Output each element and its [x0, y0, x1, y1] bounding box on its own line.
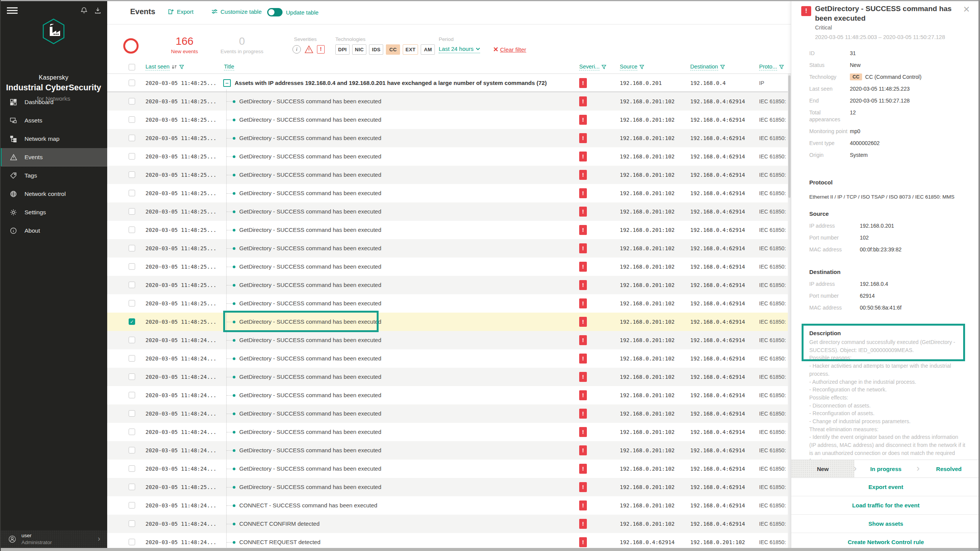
update-table-toggle[interactable]: Update table: [267, 8, 318, 16]
row-checkbox[interactable]: [129, 392, 135, 398]
table-row[interactable]: 2020-03-05 11:48:24...GetDirectory - SUC…: [107, 331, 791, 349]
row-checkbox[interactable]: [129, 502, 135, 509]
row-checkbox[interactable]: [129, 116, 135, 123]
table-row[interactable]: 2020-03-05 11:48:25...GetDirectory - SUC…: [107, 202, 791, 221]
row-checkbox[interactable]: [129, 190, 135, 196]
row-checkbox[interactable]: [129, 520, 135, 527]
row-checkbox[interactable]: [129, 300, 135, 306]
technology-badge-am[interactable]: AM: [421, 44, 435, 55]
notifications-bell-icon[interactable]: [80, 7, 88, 14]
sidebar-item-dashboard[interactable]: Dashboard: [0, 93, 107, 111]
column-severity[interactable]: Severi...: [579, 64, 606, 70]
toggle-switch-icon[interactable]: [267, 8, 283, 16]
sidebar-item-tags[interactable]: Tags: [0, 166, 107, 185]
table-row[interactable]: 2020-03-05 11:48:24...GetDirectory - SUC…: [107, 423, 791, 441]
table-row[interactable]: 2020-03-05 11:48:25...GetDirectory - SUC…: [107, 276, 791, 294]
technology-badge-ext[interactable]: EXT: [403, 44, 418, 55]
row-checkbox[interactable]: [129, 410, 135, 417]
table-row[interactable]: 2020-03-05 11:48:24...CONNECT - SUCCESS …: [107, 496, 791, 515]
customize-table-button[interactable]: Customize table: [211, 8, 262, 15]
column-last-seen[interactable]: Last seen: [145, 64, 184, 70]
table-row[interactable]: 2020-03-05 11:48:25...GetDirectory - SUC…: [107, 184, 791, 202]
download-icon[interactable]: [94, 7, 101, 14]
table-row[interactable]: 2020-03-05 11:48:24...GetDirectory - SUC…: [107, 441, 791, 460]
table-row[interactable]: ✓2020-03-05 11:48:25...GetDirectory - SU…: [107, 313, 791, 331]
row-checkbox[interactable]: [129, 208, 135, 215]
action-button-load-traffic-for-the-event[interactable]: Load traffic for the event: [791, 496, 980, 515]
sidebar-item-network-control[interactable]: Network control: [0, 185, 107, 203]
table-vertical-scrollbar[interactable]: [788, 74, 791, 548]
action-button-export-event[interactable]: Export event: [791, 478, 980, 496]
table-row[interactable]: 2020-03-05 11:48:25...GetDirectory - SUC…: [107, 258, 791, 276]
row-checkbox[interactable]: [129, 337, 135, 343]
sidebar-item-network-map[interactable]: Network map: [0, 130, 107, 148]
filter-funnel-icon[interactable]: [179, 65, 184, 70]
table-row[interactable]: 2020-03-05 11:48:25...GetDirectory - SUC…: [107, 478, 791, 496]
collapse-group-toggle[interactable]: –: [223, 79, 231, 87]
table-row[interactable]: 2020-03-05 11:48:24...GetDirectory - SUC…: [107, 386, 791, 404]
table-row[interactable]: 2020-03-05 11:48:24...CONNECT CONFIRM de…: [107, 515, 791, 533]
table-row[interactable]: 2020-03-05 11:48:25...GetDirectory - SUC…: [107, 239, 791, 258]
export-button[interactable]: Export: [168, 8, 193, 15]
table-row[interactable]: 2020-03-05 11:48:25...GetDirectory - SUC…: [107, 111, 791, 129]
table-row[interactable]: 2020-03-05 11:48:25...GetDirectory - SUC…: [107, 147, 791, 166]
status-tab-new[interactable]: New: [791, 460, 854, 478]
table-row[interactable]: 2020-03-05 11:48:24...GetDirectory - SUC…: [107, 368, 791, 386]
technology-badge-nic[interactable]: NIC: [352, 44, 366, 55]
severity-info-icon[interactable]: i: [292, 45, 301, 54]
row-checkbox[interactable]: [129, 429, 135, 435]
filter-funnel-icon[interactable]: [779, 65, 784, 70]
column-protocol[interactable]: Proto...: [759, 64, 784, 70]
row-checkbox[interactable]: [129, 245, 135, 251]
column-title[interactable]: Title: [224, 64, 234, 70]
column-destination[interactable]: Destination: [690, 64, 725, 70]
severity-critical-icon[interactable]: !: [317, 45, 325, 54]
table-row[interactable]: 2020-03-05 11:48:25...GetDirectory - SUC…: [107, 92, 791, 111]
table-row[interactable]: 2020-03-05 11:48:24...GetDirectory - SUC…: [107, 349, 791, 368]
table-row[interactable]: 2020-03-05 11:48:25...GetDirectory - SUC…: [107, 221, 791, 239]
filter-funnel-icon[interactable]: [601, 65, 606, 70]
row-checkbox[interactable]: ✓: [129, 318, 135, 325]
row-checkbox[interactable]: [129, 465, 135, 472]
filter-funnel-icon[interactable]: [720, 65, 725, 70]
row-checkbox[interactable]: [129, 98, 135, 104]
technology-badge-cc[interactable]: CC: [386, 44, 400, 55]
window-scrollbar-bottom[interactable]: [0, 548, 980, 551]
column-source[interactable]: Source: [620, 64, 644, 70]
table-row[interactable]: 2020-03-05 11:48:24...GetDirectory - SUC…: [107, 460, 791, 478]
row-checkbox[interactable]: [129, 355, 135, 362]
period-dropdown[interactable]: Last 24 hours: [439, 46, 480, 53]
status-tab-in-progress[interactable]: In progress: [854, 460, 918, 478]
select-all-checkbox[interactable]: [129, 64, 135, 70]
table-row-group[interactable]: 2020-03-05 11:48:25...–Assets with IP ad…: [107, 74, 791, 92]
row-checkbox[interactable]: [129, 539, 135, 545]
sidebar-item-events[interactable]: Events: [0, 148, 107, 166]
technology-badge-dpi[interactable]: DPI: [335, 44, 350, 55]
status-tab-resolved[interactable]: Resolved: [917, 460, 980, 478]
table-row[interactable]: 2020-03-05 11:48:25...GetDirectory - SUC…: [107, 166, 791, 184]
row-checkbox[interactable]: [129, 373, 135, 380]
clear-filter-button[interactable]: ✕ Clear filter: [493, 46, 526, 54]
user-account-item[interactable]: user Administrator ›: [0, 530, 107, 548]
row-checkbox[interactable]: [129, 135, 135, 141]
table-row[interactable]: 2020-03-05 11:48:25...GetDirectory - SUC…: [107, 294, 791, 313]
filter-funnel-icon[interactable]: [639, 65, 644, 70]
sidebar-item-assets[interactable]: Assets: [0, 111, 107, 130]
row-checkbox[interactable]: [129, 153, 135, 160]
technology-badge-ids[interactable]: IDS: [369, 44, 383, 55]
row-checkbox[interactable]: [129, 227, 135, 233]
table-row[interactable]: 2020-03-05 11:48:24...GetDirectory - SUC…: [107, 404, 791, 423]
row-checkbox[interactable]: [129, 484, 135, 490]
severity-warning-icon[interactable]: [304, 45, 314, 54]
sort-descending-icon[interactable]: [172, 64, 177, 70]
row-checkbox[interactable]: [129, 80, 135, 86]
sidebar-item-settings[interactable]: Settings: [0, 203, 107, 222]
row-checkbox[interactable]: [129, 171, 135, 178]
hamburger-menu-icon[interactable]: [7, 7, 18, 14]
row-checkbox[interactable]: [129, 447, 135, 453]
action-button-show-assets[interactable]: Show assets: [791, 515, 980, 533]
table-row[interactable]: 2020-03-05 11:48:25...GetDirectory - SUC…: [107, 129, 791, 147]
sidebar-item-about[interactable]: About: [0, 222, 107, 240]
row-checkbox[interactable]: [129, 282, 135, 288]
row-checkbox[interactable]: [129, 263, 135, 270]
